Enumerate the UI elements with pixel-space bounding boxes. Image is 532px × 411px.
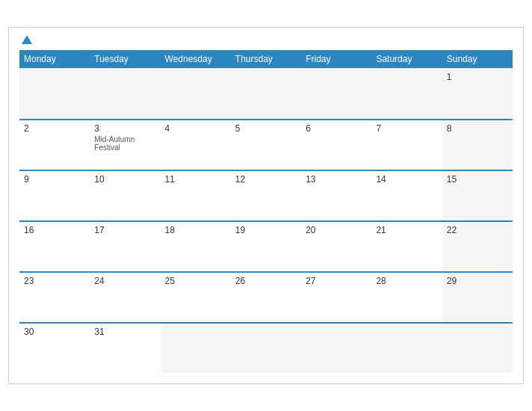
day-cell: 27	[301, 271, 371, 322]
day-cell: 8	[442, 119, 513, 170]
day-number: 25	[165, 276, 226, 286]
day-cell: 19	[231, 220, 301, 271]
event-label: Mid-Autumn Festival	[94, 135, 155, 152]
day-cell: 30	[19, 322, 90, 373]
day-number: 15	[447, 174, 508, 185]
day-number: 14	[376, 174, 437, 185]
day-cell	[90, 68, 160, 119]
day-number: 6	[306, 123, 367, 134]
day-cell: 9	[19, 170, 90, 220]
day-cell: 20	[301, 220, 371, 271]
day-cell	[371, 322, 442, 373]
day-header-friday: Friday	[301, 50, 371, 68]
day-number: 30	[24, 327, 85, 337]
day-cell	[442, 322, 513, 373]
day-cell: 21	[371, 220, 442, 271]
day-number: 7	[376, 123, 437, 134]
day-number: 27	[306, 276, 367, 286]
day-number: 10	[94, 174, 155, 185]
day-cell: 25	[161, 271, 231, 322]
day-number: 2	[24, 123, 85, 134]
day-number: 11	[165, 174, 226, 185]
day-number: 21	[376, 225, 437, 235]
day-header-monday: Monday	[19, 50, 90, 68]
day-cell: 3Mid-Autumn Festival	[90, 119, 160, 170]
day-cell: 7	[371, 119, 442, 170]
day-number: 24	[94, 276, 155, 286]
day-cell: 29	[442, 271, 513, 322]
day-cell: 23	[19, 271, 90, 322]
day-header-thursday: Thursday	[231, 50, 301, 68]
day-cell: 6	[301, 119, 371, 170]
day-cell: 16	[19, 220, 90, 271]
calendar-header	[19, 35, 513, 44]
day-cell: 22	[442, 220, 513, 271]
day-cell	[301, 68, 371, 119]
day-headers-row: MondayTuesdayWednesdayThursdayFridaySatu…	[19, 50, 513, 68]
day-cell: 26	[231, 271, 301, 322]
day-cell: 18	[161, 220, 231, 271]
day-cell: 15	[442, 170, 513, 220]
day-cell: 2	[19, 119, 90, 170]
day-header-sunday: Sunday	[442, 50, 513, 68]
day-number: 28	[376, 276, 437, 286]
day-cell: 10	[90, 170, 160, 220]
day-number: 16	[24, 225, 85, 235]
day-cell: 14	[371, 170, 442, 220]
day-cell	[231, 68, 301, 119]
day-cell	[19, 68, 90, 119]
day-cell	[161, 322, 231, 373]
day-cell: 24	[90, 271, 160, 322]
day-number: 8	[447, 123, 508, 134]
logo	[19, 35, 32, 44]
calendar-grid: 123Mid-Autumn Festival456789101112131415…	[19, 68, 513, 373]
day-cell: 28	[371, 271, 442, 322]
day-header-tuesday: Tuesday	[90, 50, 160, 68]
day-cell: 5	[231, 119, 301, 170]
day-header-saturday: Saturday	[371, 50, 442, 68]
day-number: 4	[165, 123, 226, 134]
day-number: 12	[235, 174, 297, 185]
day-cell: 1	[442, 68, 513, 119]
day-number: 31	[94, 327, 155, 337]
day-cell: 13	[301, 170, 371, 220]
day-cell: 11	[161, 170, 231, 220]
day-number: 20	[306, 225, 367, 235]
day-number: 23	[24, 276, 85, 286]
day-cell: 4	[161, 119, 231, 170]
calendar: MondayTuesdayWednesdayThursdayFridaySatu…	[8, 27, 524, 384]
day-number: 13	[306, 174, 367, 185]
day-cell	[371, 68, 442, 119]
day-number: 26	[235, 276, 297, 286]
day-cell	[231, 322, 301, 373]
day-cell	[161, 68, 231, 119]
day-cell: 12	[231, 170, 301, 220]
day-number: 3	[94, 123, 155, 134]
day-number: 19	[235, 225, 297, 235]
day-header-wednesday: Wednesday	[161, 50, 231, 68]
day-number: 1	[447, 72, 508, 82]
day-number: 17	[94, 225, 155, 235]
logo-triangle-icon	[22, 35, 32, 44]
day-number: 18	[165, 225, 226, 235]
day-cell: 17	[90, 220, 160, 271]
day-cell: 31	[90, 322, 160, 373]
day-number: 5	[235, 123, 297, 134]
day-number: 29	[447, 276, 508, 286]
day-cell	[301, 322, 371, 373]
day-number: 9	[24, 174, 85, 185]
day-number: 22	[447, 225, 508, 235]
